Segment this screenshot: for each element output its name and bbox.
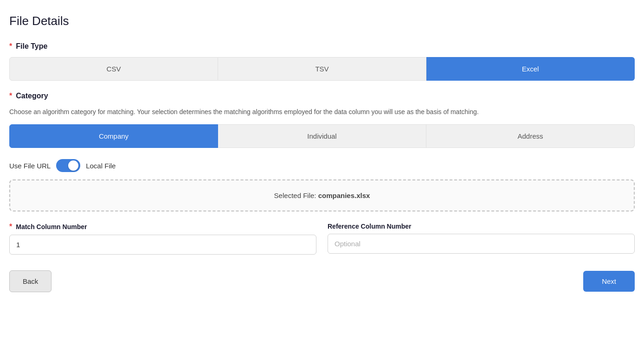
file-type-excel-button[interactable]: Excel bbox=[426, 57, 635, 81]
match-column-label: * Match Column Number bbox=[9, 223, 316, 231]
required-star-match: * bbox=[9, 223, 12, 231]
file-type-label: * File Type bbox=[9, 42, 635, 51]
toggle-row: Use File URL Local File bbox=[9, 159, 635, 172]
toggle-slider bbox=[56, 159, 80, 172]
category-company-button[interactable]: Company bbox=[9, 124, 218, 148]
required-star-filetype: * bbox=[9, 42, 12, 51]
selected-filename: companies.xlsx bbox=[318, 192, 370, 199]
columns-row: * Match Column Number Reference Column N… bbox=[9, 223, 635, 255]
selected-file-prefix: Selected File: bbox=[274, 192, 318, 199]
back-button[interactable]: Back bbox=[9, 270, 52, 292]
reference-column-label: Reference Column Number bbox=[328, 223, 635, 230]
category-label: * Category bbox=[9, 92, 635, 100]
required-star-category: * bbox=[9, 92, 12, 100]
category-description: Choose an algorithm category for matchin… bbox=[9, 107, 635, 117]
footer-row: Back Next bbox=[9, 266, 635, 292]
use-file-url-label: Use File URL bbox=[9, 162, 51, 170]
reference-column-group: Reference Column Number bbox=[328, 223, 635, 255]
category-address-button[interactable]: Address bbox=[426, 124, 635, 148]
file-type-tsv-button[interactable]: TSV bbox=[218, 57, 426, 81]
file-type-button-group: CSV TSV Excel bbox=[9, 57, 635, 81]
category-button-group: Company Individual Address bbox=[9, 124, 635, 148]
file-type-csv-button[interactable]: CSV bbox=[9, 57, 218, 81]
page-title: File Details bbox=[9, 14, 635, 28]
match-column-group: * Match Column Number bbox=[9, 223, 316, 255]
reference-column-input[interactable] bbox=[328, 234, 635, 254]
next-button[interactable]: Next bbox=[583, 271, 635, 292]
toggle-switch[interactable] bbox=[56, 159, 80, 172]
file-drop-area[interactable]: Selected File: companies.xlsx bbox=[9, 179, 635, 211]
category-section: * Category Choose an algorithm category … bbox=[9, 92, 635, 148]
match-column-input[interactable] bbox=[9, 235, 316, 255]
file-type-section: * File Type CSV TSV Excel bbox=[9, 42, 635, 81]
category-individual-button[interactable]: Individual bbox=[218, 124, 426, 148]
local-file-label: Local File bbox=[86, 162, 116, 170]
